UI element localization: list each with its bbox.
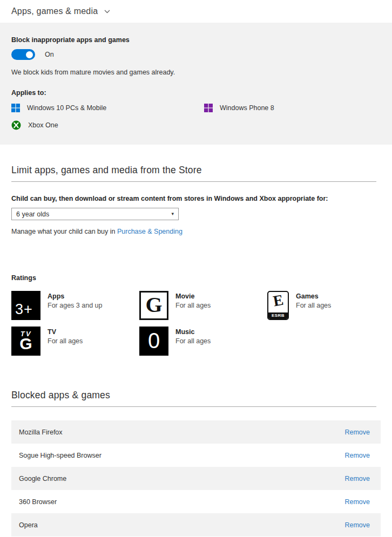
rating-description: For all ages	[175, 337, 211, 345]
rating-badge-games-icon: EESRB	[267, 291, 289, 320]
purchase-spending-link[interactable]: Purchase & Spending	[117, 228, 183, 235]
blocked-section-heading: Blocked apps & games	[11, 390, 392, 401]
remove-button[interactable]: Remove	[344, 498, 370, 506]
toggle-state-label: On	[45, 51, 54, 58]
limit-prompt: Child can buy, then download or stream c…	[11, 195, 381, 202]
blocked-app-name: Mozilla Firefox	[19, 429, 63, 436]
limit-section-heading: Limit apps, games and media from the Sto…	[11, 165, 392, 176]
xbox-logo-icon	[11, 120, 21, 130]
block-settings-panel: Block inappropriate apps and games On We…	[0, 23, 392, 145]
manage-text: Manage what your child can buy in	[11, 228, 117, 235]
device-item: Windows 10 PCs & Mobile	[11, 104, 204, 112]
rating-badge-movie-icon: G	[139, 291, 168, 320]
rating-category: Apps	[48, 293, 102, 300]
remove-button[interactable]: Remove	[344, 475, 370, 482]
rating-badge-apps-icon: 3+	[11, 291, 40, 320]
blocked-app-row: Opera Remove	[11, 513, 381, 536]
manage-line: Manage what your child can buy in Purcha…	[11, 228, 381, 235]
age-rating-selected-value: 6 year olds	[16, 210, 49, 218]
block-description: We block kids from mature movies and gam…	[11, 69, 381, 76]
rating-category: Music	[175, 328, 211, 336]
ratings-grid: 3+ Apps For ages 3 and up G Movie For al…	[11, 291, 392, 356]
applies-to-devices: Windows 10 PCs & Mobile Windows Phone 8 …	[11, 104, 381, 130]
page-title: Apps, games & media	[11, 6, 98, 16]
windows-logo-icon	[204, 104, 213, 112]
blocked-app-row: Sogue High-speed Browser Remove	[11, 444, 381, 467]
rating-description: For all ages	[296, 302, 331, 309]
rating-description: For ages 3 and up	[48, 302, 102, 309]
dropdown-arrow-icon: ▾	[171, 212, 174, 216]
windows-logo-icon	[11, 104, 20, 112]
blocked-app-row: Mozilla Firefox Remove	[11, 420, 381, 444]
remove-button[interactable]: Remove	[344, 429, 370, 436]
blocked-app-name: Opera	[19, 521, 38, 529]
page-header: Apps, games & media	[0, 0, 392, 23]
ratings-label: Ratings	[11, 274, 392, 282]
remove-button[interactable]: Remove	[344, 452, 370, 459]
block-apps-toggle[interactable]	[11, 49, 35, 60]
rating-description: For all ages	[175, 302, 211, 309]
section-divider	[11, 181, 376, 182]
rating-badge-music-icon: 0	[139, 327, 168, 356]
chevron-down-icon[interactable]	[104, 10, 110, 13]
applies-to-label: Applies to:	[11, 89, 381, 97]
blocked-app-row: 360 Browser Remove	[11, 490, 381, 513]
blocked-app-name: 360 Browser	[19, 498, 57, 506]
blocked-app-row: Google Chrome Remove	[11, 467, 381, 490]
remove-button[interactable]: Remove	[344, 521, 370, 529]
rating-category: TV	[48, 328, 83, 336]
rating-category: Games	[296, 293, 331, 300]
age-rating-dropdown[interactable]: 6 year olds ▾	[11, 208, 179, 220]
block-apps-label: Block inappropriate apps and games	[11, 36, 381, 44]
rating-item: TVG TV For all ages	[11, 327, 139, 356]
toggle-knob	[26, 51, 33, 58]
blocked-app-name: Sogue High-speed Browser	[19, 452, 102, 459]
blocked-app-name: Google Chrome	[19, 475, 66, 482]
blocked-apps-list: Mozilla Firefox Remove Sogue High-speed …	[11, 420, 381, 536]
device-item: Windows Phone 8	[204, 104, 381, 112]
apps-games-media-page: Apps, games & media Block inappropriate …	[0, 0, 392, 537]
device-item: Xbox One	[11, 120, 204, 130]
rating-description: For all ages	[48, 337, 83, 345]
rating-item: G Movie For all ages	[139, 291, 267, 320]
rating-item: EESRB Games For all ages	[267, 291, 392, 320]
toggle-row: On	[11, 49, 381, 60]
rating-item: 3+ Apps For ages 3 and up	[11, 291, 139, 320]
rating-badge-tv-icon: TVG	[11, 327, 40, 356]
rating-category: Movie	[175, 293, 211, 300]
section-divider	[11, 406, 376, 407]
rating-item: 0 Music For all ages	[139, 327, 267, 356]
